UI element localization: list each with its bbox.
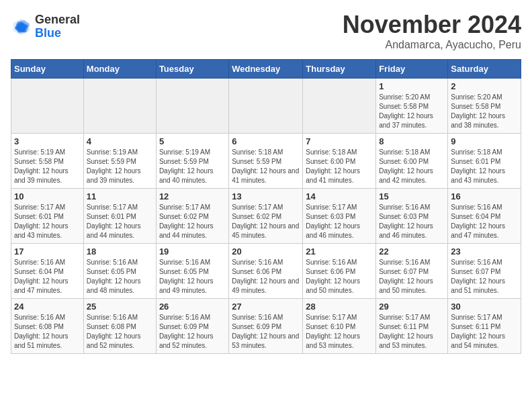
day-info: Sunrise: 5:16 AM Sunset: 6:05 PM Dayligh… [87, 258, 153, 295]
calendar-cell: 22Sunrise: 5:16 AM Sunset: 6:07 PM Dayli… [376, 244, 448, 299]
logo-general: General [35, 13, 80, 27]
day-info: Sunrise: 5:19 AM Sunset: 5:58 PM Dayligh… [14, 148, 81, 185]
calendar-cell: 4Sunrise: 5:19 AM Sunset: 5:59 PM Daylig… [83, 134, 156, 189]
calendar-week-4: 24Sunrise: 5:16 AM Sunset: 6:08 PM Dayli… [11, 299, 521, 354]
calendar-cell: 17Sunrise: 5:16 AM Sunset: 6:04 PM Dayli… [11, 244, 84, 299]
calendar-cell: 11Sunrise: 5:17 AM Sunset: 6:01 PM Dayli… [83, 189, 156, 244]
header-monday: Monday [83, 60, 156, 79]
day-number: 21 [306, 246, 373, 257]
day-info: Sunrise: 5:17 AM Sunset: 6:01 PM Dayligh… [14, 203, 81, 240]
day-number: 5 [159, 136, 226, 146]
calendar-cell: 16Sunrise: 5:16 AM Sunset: 6:04 PM Dayli… [448, 189, 521, 244]
calendar-cell: 5Sunrise: 5:19 AM Sunset: 5:59 PM Daylig… [156, 134, 228, 189]
day-number: 22 [379, 246, 445, 257]
day-number: 4 [87, 136, 153, 146]
day-number: 19 [159, 246, 226, 257]
day-number: 2 [451, 81, 518, 91]
calendar-cell [83, 79, 156, 134]
calendar-cell: 23Sunrise: 5:16 AM Sunset: 6:07 PM Dayli… [448, 244, 521, 299]
calendar-cell: 21Sunrise: 5:16 AM Sunset: 6:06 PM Dayli… [303, 244, 376, 299]
day-info: Sunrise: 5:17 AM Sunset: 6:02 PM Dayligh… [232, 203, 300, 240]
day-number: 11 [87, 191, 153, 201]
day-number: 18 [87, 246, 153, 257]
day-number: 10 [14, 191, 81, 201]
calendar-week-1: 3Sunrise: 5:19 AM Sunset: 5:58 PM Daylig… [11, 134, 521, 189]
day-info: Sunrise: 5:20 AM Sunset: 5:58 PM Dayligh… [451, 93, 518, 130]
calendar-cell: 24Sunrise: 5:16 AM Sunset: 6:08 PM Dayli… [11, 299, 84, 354]
day-number: 20 [232, 246, 300, 257]
day-info: Sunrise: 5:19 AM Sunset: 5:59 PM Dayligh… [159, 148, 226, 185]
month-title: November 2024 [343, 11, 521, 39]
day-info: Sunrise: 5:19 AM Sunset: 5:59 PM Dayligh… [87, 148, 153, 185]
calendar-cell: 2Sunrise: 5:20 AM Sunset: 5:58 PM Daylig… [448, 79, 521, 134]
calendar-cell: 28Sunrise: 5:17 AM Sunset: 6:10 PM Dayli… [303, 299, 376, 354]
day-number: 30 [451, 302, 518, 312]
day-info: Sunrise: 5:16 AM Sunset: 6:08 PM Dayligh… [14, 313, 81, 351]
calendar-week-0: 1Sunrise: 5:20 AM Sunset: 5:58 PM Daylig… [11, 79, 521, 134]
day-number: 6 [232, 136, 300, 146]
calendar-cell: 25Sunrise: 5:16 AM Sunset: 6:08 PM Dayli… [83, 299, 156, 354]
day-info: Sunrise: 5:17 AM Sunset: 6:01 PM Dayligh… [87, 203, 153, 240]
logo-blue: Blue [35, 27, 80, 40]
calendar-cell: 6Sunrise: 5:18 AM Sunset: 5:59 PM Daylig… [229, 134, 303, 189]
day-info: Sunrise: 5:18 AM Sunset: 6:00 PM Dayligh… [306, 148, 373, 185]
calendar-cell: 8Sunrise: 5:18 AM Sunset: 6:00 PM Daylig… [376, 134, 448, 189]
day-number: 27 [232, 302, 300, 312]
calendar-cell: 14Sunrise: 5:17 AM Sunset: 6:03 PM Dayli… [303, 189, 376, 244]
day-info: Sunrise: 5:18 AM Sunset: 5:59 PM Dayligh… [232, 148, 300, 185]
page-header: General Blue November 2024 Andamarca, Ay… [11, 11, 521, 51]
calendar-cell: 30Sunrise: 5:17 AM Sunset: 6:11 PM Dayli… [448, 299, 521, 354]
calendar-cell: 9Sunrise: 5:18 AM Sunset: 6:01 PM Daylig… [448, 134, 521, 189]
day-info: Sunrise: 5:17 AM Sunset: 6:11 PM Dayligh… [379, 313, 445, 351]
day-number: 13 [232, 191, 300, 201]
day-number: 7 [306, 136, 373, 146]
day-number: 15 [379, 191, 445, 201]
day-info: Sunrise: 5:16 AM Sunset: 6:04 PM Dayligh… [451, 203, 518, 240]
calendar-header-row: SundayMondayTuesdayWednesdayThursdayFrid… [11, 60, 521, 79]
calendar-cell: 26Sunrise: 5:16 AM Sunset: 6:09 PM Dayli… [156, 299, 228, 354]
day-number: 9 [451, 136, 518, 146]
day-number: 28 [306, 302, 373, 312]
day-number: 17 [14, 246, 81, 257]
day-number: 3 [14, 136, 81, 146]
logo-text: General Blue [35, 13, 80, 40]
day-number: 14 [306, 191, 373, 201]
day-info: Sunrise: 5:16 AM Sunset: 6:07 PM Dayligh… [451, 258, 518, 295]
header-saturday: Saturday [448, 60, 521, 79]
day-info: Sunrise: 5:16 AM Sunset: 6:08 PM Dayligh… [87, 313, 153, 351]
day-info: Sunrise: 5:20 AM Sunset: 5:58 PM Dayligh… [379, 93, 445, 130]
day-info: Sunrise: 5:17 AM Sunset: 6:02 PM Dayligh… [159, 203, 226, 240]
location: Andamarca, Ayacucho, Peru [343, 39, 521, 51]
calendar-cell: 18Sunrise: 5:16 AM Sunset: 6:05 PM Dayli… [83, 244, 156, 299]
day-number: 23 [451, 246, 518, 257]
calendar-cell: 12Sunrise: 5:17 AM Sunset: 6:02 PM Dayli… [156, 189, 228, 244]
logo-icon [11, 16, 32, 38]
calendar-week-2: 10Sunrise: 5:17 AM Sunset: 6:01 PM Dayli… [11, 189, 521, 244]
day-info: Sunrise: 5:17 AM Sunset: 6:03 PM Dayligh… [306, 203, 373, 240]
day-number: 1 [379, 81, 445, 91]
day-number: 25 [87, 302, 153, 312]
calendar-week-3: 17Sunrise: 5:16 AM Sunset: 6:04 PM Dayli… [11, 244, 521, 299]
header-thursday: Thursday [303, 60, 376, 79]
day-info: Sunrise: 5:17 AM Sunset: 6:10 PM Dayligh… [306, 313, 373, 351]
day-info: Sunrise: 5:16 AM Sunset: 6:04 PM Dayligh… [14, 258, 81, 295]
day-info: Sunrise: 5:17 AM Sunset: 6:11 PM Dayligh… [451, 313, 518, 351]
calendar-cell: 27Sunrise: 5:16 AM Sunset: 6:09 PM Dayli… [229, 299, 303, 354]
day-info: Sunrise: 5:18 AM Sunset: 6:00 PM Dayligh… [379, 148, 445, 185]
day-number: 24 [14, 302, 81, 312]
day-info: Sunrise: 5:16 AM Sunset: 6:06 PM Dayligh… [232, 258, 300, 295]
header-wednesday: Wednesday [229, 60, 303, 79]
day-info: Sunrise: 5:18 AM Sunset: 6:01 PM Dayligh… [451, 148, 518, 185]
day-number: 29 [379, 302, 445, 312]
day-info: Sunrise: 5:16 AM Sunset: 6:09 PM Dayligh… [159, 313, 226, 351]
day-info: Sunrise: 5:16 AM Sunset: 6:09 PM Dayligh… [232, 313, 300, 351]
day-info: Sunrise: 5:16 AM Sunset: 6:05 PM Dayligh… [159, 258, 226, 295]
day-number: 16 [451, 191, 518, 201]
calendar-cell: 1Sunrise: 5:20 AM Sunset: 5:58 PM Daylig… [376, 79, 448, 134]
calendar-cell [11, 79, 84, 134]
day-info: Sunrise: 5:16 AM Sunset: 6:07 PM Dayligh… [379, 258, 445, 295]
day-info: Sunrise: 5:16 AM Sunset: 6:06 PM Dayligh… [306, 258, 373, 295]
calendar-cell: 13Sunrise: 5:17 AM Sunset: 6:02 PM Dayli… [229, 189, 303, 244]
calendar-cell: 15Sunrise: 5:16 AM Sunset: 6:03 PM Dayli… [376, 189, 448, 244]
calendar-cell: 7Sunrise: 5:18 AM Sunset: 6:00 PM Daylig… [303, 134, 376, 189]
